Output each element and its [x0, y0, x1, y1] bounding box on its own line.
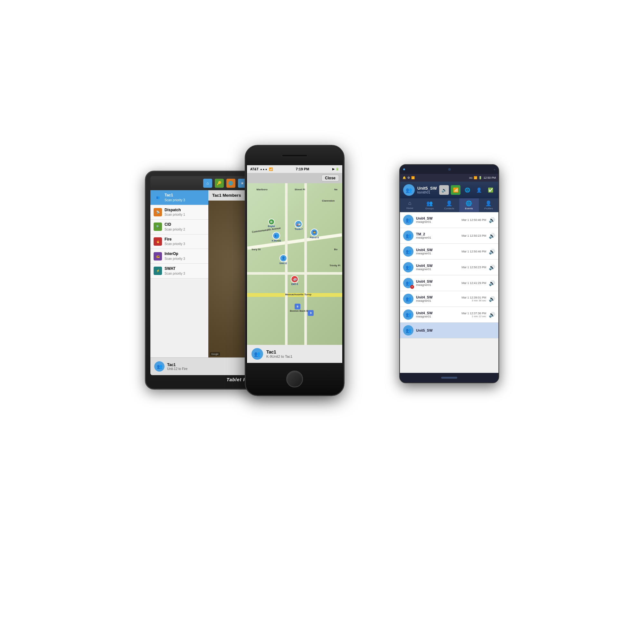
patrol3-pin[interactable]: 👮 Patrol=3: [310, 229, 319, 239]
android-nav-profiles[interactable]: 👤 Profiles: [479, 198, 498, 212]
android-user-avatar: 👥: [403, 184, 415, 196]
android-status-bar: 🔔 ⚙ 📶 3G 📶 🔋 12:50 PM: [400, 174, 498, 182]
list-text: TM_2 mwagner01: [416, 232, 459, 239]
profiles-nav-icon: 👤: [485, 200, 492, 206]
speaker-icon[interactable]: 🔊: [489, 296, 495, 302]
sidebar-item-dispatch[interactable]: 📡 Dispatch Scan priority 1: [150, 205, 208, 220]
dispatch-text: Dispatch Scan priority 1: [165, 208, 185, 217]
header-signal-icon[interactable]: 📶: [451, 185, 460, 195]
iphone-map[interactable]: Commonwealth Avenue Marlboro Ne Street P…: [247, 183, 342, 345]
android-screen: 🔔 ⚙ 📶 3G 📶 🔋 12:50 PM 👥 Unit5_SW ksmith: [400, 174, 498, 373]
speaker-icon[interactable]: 🔊: [489, 233, 495, 239]
android-header: 👥 Unit5_SW ksmith01 🔊 📶 🌐 👤 ✅: [400, 182, 498, 198]
list-text: Unit4_SW mwagner01: [416, 264, 459, 271]
route9-badge2: 9: [308, 310, 314, 316]
android-nav-groups[interactable]: 👥 Groups: [420, 198, 439, 212]
iphone-bottom-info: 👥 Tac1 K-9Unit2 to Tac1: [247, 345, 342, 363]
list-meta: Mar 1 12:50:46 PM: [461, 218, 486, 222]
android-nav-contacts[interactable]: 👤 Contacts: [439, 198, 459, 212]
swat-text: SWAT Scan priority 3: [165, 266, 185, 276]
header-volume-icon[interactable]: 🔊: [439, 185, 449, 195]
header-user-icon[interactable]: 👤: [474, 185, 484, 195]
dartmouth-road: [304, 183, 307, 345]
emt5-pin[interactable]: 🚑 EMT-5: [291, 275, 298, 285]
header-check-icon[interactable]: ✅: [486, 185, 495, 195]
list-text: Unit4_SW mwagner01: [416, 311, 459, 318]
tablet-header-icons: ⌂ 🔑 🌐 ★: [203, 179, 247, 188]
groups-nav-icon: 👥: [426, 200, 433, 206]
speaker-icon[interactable]: 🔊: [489, 312, 495, 318]
android-indicator: [403, 168, 405, 170]
tablet-bottom-avatar: 👥: [154, 361, 165, 372]
map-bg: [247, 183, 342, 345]
list-avatar: 👥: [403, 246, 413, 257]
speaker-icon[interactable]: 🔊: [489, 264, 495, 270]
interop-icon: 📻: [154, 252, 162, 260]
contacts-nav-icon: 👤: [446, 200, 452, 206]
fire-text: Fire Scan priority 3: [165, 237, 185, 246]
iphone-info-text: Tac1 K-9Unit2 to Tac1: [266, 349, 292, 358]
iphone-home-button[interactable]: [286, 371, 303, 387]
list-meta: Mar 1 12:50:23 PM: [461, 234, 486, 237]
tablet-icon-globe[interactable]: 🌐: [226, 179, 235, 188]
unit12-pin[interactable]: 👤 Unit-12: [279, 254, 287, 264]
route9-badge: 9: [295, 304, 300, 309]
list-text: Unit4_SW mwagner01: [416, 295, 459, 302]
sidebar-item-interop[interactable]: 📻 InterOp Scan priority 3: [150, 249, 208, 264]
list-text: Unit4_SW mwagner01: [416, 279, 459, 287]
list-avatar: 👥: [403, 215, 413, 225]
iphone-info-avatar: 👥: [251, 348, 263, 360]
tablet-icon-home[interactable]: ⌂: [203, 179, 212, 188]
list-item[interactable]: 👥 Unit4_SW mwagner01 Mar 1 12:50:46 PM 🔊: [400, 212, 498, 228]
list-item-active[interactable]: 👥 Unit5_SW: [400, 323, 498, 338]
list-meta: Mar 1 12:50:46 PM: [461, 250, 486, 253]
k9unit2-pin[interactable]: 👥 K-9Unit2: [272, 232, 281, 242]
android-camera: [448, 168, 451, 171]
marlboro-label: Marlboro: [257, 188, 268, 191]
speaker-icon[interactable]: 🔊: [489, 217, 495, 223]
list-avatar: 👥: [403, 231, 413, 241]
iphone-carrier: AT&T ▲▲▲ 📶: [250, 167, 273, 171]
close-button[interactable]: Close: [321, 175, 339, 182]
list-item[interactable]: 👥 Unit4_SW mwagner01 Mar 1 12:50:46 PM 🔊: [400, 244, 498, 260]
header-globe-icon[interactable]: 🌐: [462, 185, 472, 195]
interop-text: InterOp Scan priority 3: [165, 251, 185, 261]
sidebar-item-swat[interactable]: ⚡ SWAT Scan priority 3: [150, 264, 208, 279]
mass-turnpike-label: Massachusetts Turnp: [285, 293, 311, 296]
android-nav: ⌂ Home 👥 Groups 👤 Contacts 🌐 Events 👤: [400, 198, 498, 212]
clarendon-label: Clarendon: [322, 199, 335, 202]
scene: ⌂ 🔑 🌐 ★ BeOn+ 👥: [145, 145, 499, 499]
android-home-button[interactable]: [441, 377, 457, 379]
android-nav-home[interactable]: ⌂ Home: [400, 198, 420, 212]
android-device: ○ 🔔 ⚙ 📶 3G 📶 🔋 12:50 PM 👥: [399, 164, 499, 383]
boylston-road: [247, 272, 342, 275]
list-avatar: 👥: [403, 262, 413, 272]
list-item[interactable]: 👥 TM_2 mwagner01 Mar 1 12:50:23 PM 🔊: [400, 228, 498, 244]
speaker-icon[interactable]: 🔊: [489, 280, 495, 286]
swat-icon: ⚡: [154, 267, 162, 275]
tablet-icon-key[interactable]: 🔑: [215, 179, 224, 188]
list-text: Unit5_SW: [416, 328, 495, 332]
list-avatar-x: 👥: [403, 278, 413, 288]
iphone-speaker: [282, 154, 308, 157]
android-nav-events[interactable]: 🌐 Events: [459, 198, 479, 212]
cid-text: CID Scan priority 2: [165, 222, 185, 232]
iphone-status-bar: AT&T ▲▲▲ 📶 7:19 PM ▶ 🔋: [247, 165, 342, 173]
sidebar-item-fire[interactable]: 🔥 Fire Scan priority 3: [150, 234, 208, 249]
sidebar-item-cid[interactable]: 🔍 CID Scan priority 2: [150, 220, 208, 234]
iphone-screen: AT&T ▲▲▲ 📶 7:19 PM ▶ 🔋 Close: [247, 165, 342, 363]
sidebar-item-tac1[interactable]: 👥 Tac1 Scan priority 3: [150, 190, 208, 205]
list-avatar: 👥: [403, 309, 413, 320]
android-event-list: 👥 Unit4_SW mwagner01 Mar 1 12:50:46 PM 🔊…: [400, 212, 498, 373]
list-item[interactable]: 👥 Unit4_SW mwagner01 Mar 1 12:41:29 PM 🔊: [400, 275, 498, 291]
list-item[interactable]: 👥 Unit4_SW mwagner01 Mar 1 12:37:36 PM 1…: [400, 307, 498, 323]
iphone-bottom: [246, 363, 344, 395]
tablet-bottom-left: 👥 Tac1 Unit-12 to Fire: [154, 361, 187, 372]
list-item[interactable]: 👥 Unit4_SW mwagner01 Mar 1 12:39:01 PM 3…: [400, 291, 498, 307]
boylst-pin[interactable]: B Boylst: [268, 219, 275, 227]
list-text: Unit4_SW mwagner01: [416, 248, 459, 255]
list-item[interactable]: 👥 Unit4_SW mwagner01 Mar 1 12:50:23 PM 🔊: [400, 260, 498, 275]
bo-label: Bo: [334, 248, 338, 251]
truck7-pin[interactable]: 🚛 Truck-7: [295, 220, 303, 230]
speaker-icon[interactable]: 🔊: [489, 249, 495, 255]
